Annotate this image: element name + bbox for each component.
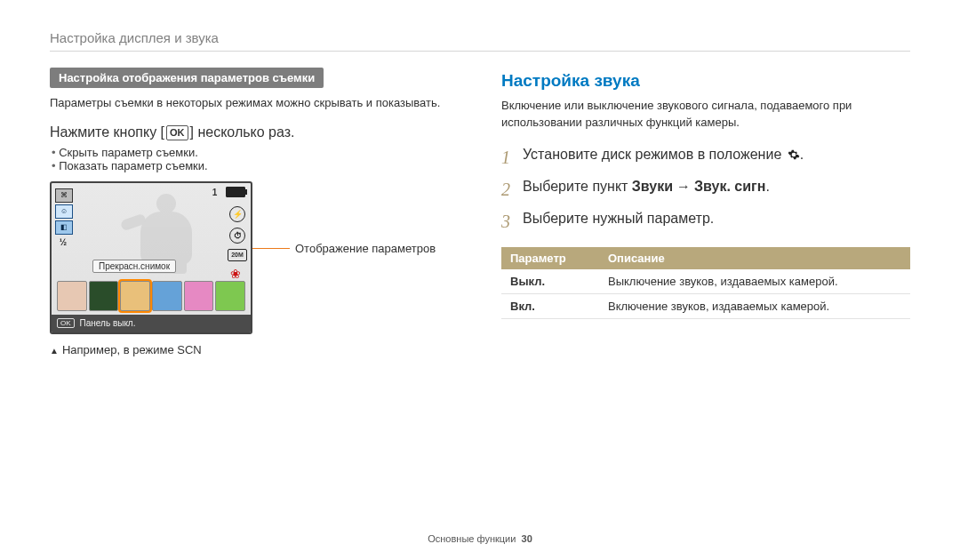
table-row: Выкл.Выключение звуков, издаваемых камер… — [501, 269, 910, 294]
step-text: Выберите нужный параметр. — [523, 208, 714, 235]
section-desc: Включение или выключение звукового сигна… — [501, 98, 910, 132]
section-desc: Параметры съемки в некоторых режимах мож… — [50, 95, 459, 112]
figure-caption: ▲Например, в режиме SCN — [50, 343, 459, 356]
face-detect-icon: ☺ — [55, 204, 73, 219]
step-list: 1 Установите диск режимов в положение . … — [501, 144, 910, 235]
step-number: 1 — [501, 144, 523, 171]
lcd-screenshot: ⌘ ☺ ◧ ½ 1 ⚡ ⏱ 20M — [50, 181, 252, 334]
step-1: 1 Установите диск режимов в положение . — [501, 144, 910, 171]
lcd-with-callout: ⌘ ☺ ◧ ½ 1 ⚡ ⏱ 20M — [50, 181, 459, 334]
resolution-icon: 20M — [228, 249, 247, 261]
list-item: Показать параметр съемки. — [52, 159, 459, 172]
page-footer: Основные функции 30 — [428, 533, 532, 560]
timer-icon: ⏱ — [229, 228, 245, 244]
callout-text: Отображение параметров — [295, 242, 436, 255]
breadcrumb: Настройка дисплея и звука — [50, 30, 910, 51]
scene-thumbnail — [215, 281, 245, 311]
text: ] несколько раз. — [190, 124, 295, 140]
param-desc: Выключение звуков, издаваемых камерой. — [599, 269, 910, 294]
lcd-top-right: 1 — [212, 187, 245, 200]
step-number: 2 — [501, 176, 523, 203]
macro-icon — [230, 267, 244, 281]
callout-line — [252, 248, 290, 249]
step-number: 3 — [501, 208, 523, 235]
step-2: 2 Выберите пункт Звуки→Звук. сигн. — [501, 176, 910, 203]
ev-icon: ½ — [55, 236, 71, 249]
text: . — [765, 179, 769, 194]
text: Установите диск режимов в положение — [523, 147, 786, 162]
step-text: Выберите пункт Звуки→Звук. сигн. — [523, 176, 770, 203]
scene-thumbnail — [57, 281, 87, 311]
param-name: Вкл. — [501, 293, 599, 318]
scene-thumbnail — [89, 281, 119, 311]
ok-key-icon: OK — [166, 125, 188, 140]
mode-icon: ◧ — [55, 220, 73, 235]
bullet-list: Скрыть параметр съемки. Показать парамет… — [52, 146, 459, 172]
triangle-icon: ▲ — [50, 346, 59, 356]
list-item: Скрыть параметр съемки. — [52, 146, 459, 159]
col-header-desc: Описание — [599, 247, 910, 269]
step-text: Установите диск режимов в положение . — [523, 144, 804, 171]
param-desc: Включение звуков, издаваемых камерой. — [599, 293, 910, 318]
page-number: 30 — [522, 533, 532, 544]
right-column: Настройка звука Включение или выключение… — [484, 68, 910, 533]
col-header-param: Параметр — [501, 247, 599, 269]
scene-thumbnail — [152, 281, 182, 311]
press-ok-instruction: Нажмите кнопку [OK] несколько раз. — [50, 124, 459, 140]
gear-icon — [788, 146, 800, 158]
ok-key-icon: OK — [57, 318, 75, 328]
callout: Отображение параметров — [252, 242, 436, 255]
manual-page: Настройка дисплея и звука Настройка отоб… — [0, 0, 960, 560]
status-text: Панель выкл. — [80, 318, 136, 328]
scene-tooltip: Прекрасн.снимок — [92, 260, 176, 273]
caption-text: Например, в режиме SCN — [62, 343, 202, 356]
flash-icon: ⚡ — [229, 206, 245, 222]
film-icon: ⌘ — [55, 188, 73, 203]
scene-thumbnail — [184, 281, 214, 311]
scene-thumbnails — [57, 281, 245, 311]
arrow-icon: → — [676, 179, 691, 194]
text: Выберите пункт — [523, 179, 632, 194]
table-row: Вкл.Включение звуков, издаваемых камерой… — [501, 293, 910, 318]
section-heading: Настройка звука — [501, 71, 910, 91]
divider — [50, 51, 910, 52]
scene-thumbnail — [120, 281, 150, 311]
battery-icon — [226, 187, 245, 197]
param-name: Выкл. — [501, 269, 599, 294]
parameter-table: Параметр Описание Выкл.Выключение звуков… — [501, 247, 910, 319]
footer-section: Основные функции — [428, 533, 516, 544]
text: Нажмите кнопку [ — [50, 124, 164, 140]
section-bar: Настройка отображения параметров съемки — [50, 68, 324, 88]
lcd-status-bar: OK Панель выкл. — [52, 315, 251, 332]
menu-path: Звуки — [632, 179, 673, 194]
lcd-left-icons: ⌘ ☺ ◧ ½ — [55, 187, 73, 251]
text: . — [800, 147, 804, 162]
lcd-right-icons: ⚡ ⏱ 20M — [228, 206, 247, 281]
shots-count: 1 — [212, 188, 218, 197]
menu-path: Звук. сигн — [694, 179, 765, 194]
content-columns: Настройка отображения параметров съемки … — [50, 68, 910, 533]
left-column: Настройка отображения параметров съемки … — [50, 68, 484, 533]
step-3: 3 Выберите нужный параметр. — [501, 208, 910, 235]
